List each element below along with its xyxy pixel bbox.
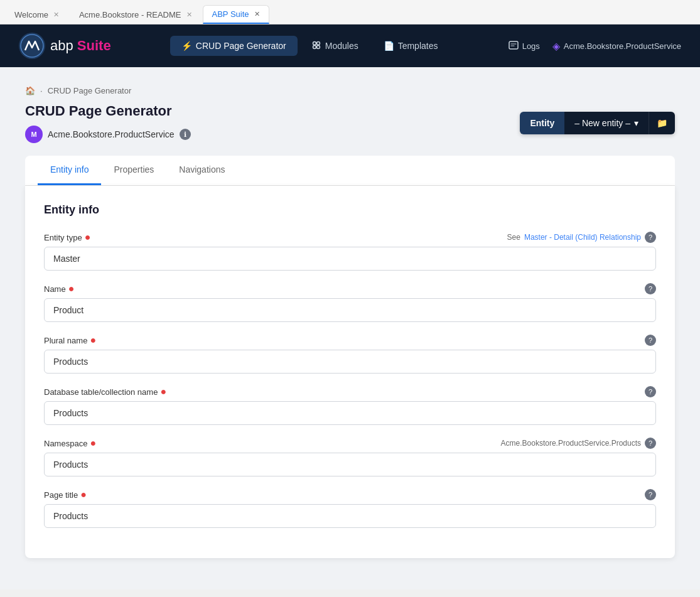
entity-dropdown[interactable]: – New entity – ▾ — [564, 112, 649, 134]
service-badge-name: Acme.Bookstore.ProductService — [48, 129, 175, 139]
tab-entity-info[interactable]: Entity info — [38, 156, 101, 185]
input-plural-name[interactable] — [44, 350, 656, 374]
tab-close-welcome[interactable]: ✕ — [53, 11, 59, 19]
tab-welcome[interactable]: Welcome ✕ — [5, 6, 68, 23]
svg-point-3 — [316, 41, 320, 45]
breadcrumb: 🏠 · CRUD Page Generator — [25, 86, 675, 95]
help-icon-namespace[interactable]: ? — [645, 438, 656, 449]
svg-rect-6 — [509, 41, 518, 49]
label-plural-name-text: Plural name — [44, 336, 87, 345]
label-row-entity-type: Entity type ● See Master - Detail (Child… — [44, 232, 656, 243]
help-right-entity-type: See Master - Detail (Child) Relationship… — [507, 232, 656, 243]
form-group-page-title: Page title ● ? — [44, 489, 656, 528]
nav-crud-generator[interactable]: ⚡ CRUD Page Generator — [170, 36, 298, 56]
help-icon-entity-type[interactable]: ? — [645, 232, 656, 243]
app-wrapper: abp Suite ⚡ CRUD Page Generator Modules … — [0, 24, 700, 589]
tab-readme[interactable]: Acme.Bookstore - README ✕ — [70, 6, 202, 23]
help-icon-db-table[interactable]: ? — [645, 386, 656, 397]
logo-container: abp Suite — [19, 33, 111, 59]
help-icon-page-title[interactable]: ? — [645, 489, 656, 500]
page-title: CRUD Page Generator — [25, 103, 172, 119]
label-entity-type-text: Entity type — [44, 233, 82, 242]
tab-bar: Welcome ✕ Acme.Bookstore - README ✕ ABP … — [0, 0, 700, 24]
nav-modules-label: Modules — [325, 41, 358, 51]
label-plural-name: Plural name ● — [44, 335, 96, 345]
nav-menu: ⚡ CRUD Page Generator Modules 📄 Template… — [170, 35, 450, 57]
entity-label: Entity — [520, 112, 564, 134]
main-content: 🏠 · CRUD Page Generator CRUD Page Genera… — [0, 67, 700, 577]
logs-button[interactable]: Logs — [509, 40, 540, 52]
required-page-title: ● — [80, 490, 87, 500]
input-name[interactable] — [44, 298, 656, 322]
breadcrumb-item: CRUD Page Generator — [48, 86, 132, 95]
label-name: Name ● — [44, 284, 74, 294]
new-entity-text: – New entity – — [574, 118, 630, 128]
templates-icon: 📄 — [384, 41, 394, 51]
label-row-db-table: Database table/collection name ● ? — [44, 386, 656, 397]
nav-right: Logs ◈ Acme.Bookstore.ProductService — [509, 40, 681, 52]
top-nav: abp Suite ⚡ CRUD Page Generator Modules … — [0, 24, 700, 67]
input-entity-type[interactable] — [44, 247, 656, 271]
logs-label: Logs — [522, 41, 540, 51]
form-section-title: Entity info — [44, 203, 656, 217]
browser-chrome: Welcome ✕ Acme.Bookstore - README ✕ ABP … — [0, 0, 700, 24]
service-icon: ◈ — [552, 40, 560, 52]
svg-point-4 — [313, 45, 316, 48]
entity-selector: Entity – New entity – ▾ 📁 — [520, 112, 675, 134]
form-group-db-table: Database table/collection name ● ? — [44, 386, 656, 425]
tab-label: ABP Suite — [212, 9, 249, 19]
tab-label: Welcome — [14, 10, 48, 19]
input-db-table[interactable] — [44, 401, 656, 425]
chevron-down-icon: ▾ — [634, 118, 638, 128]
label-row-plural-name: Plural name ● ? — [44, 335, 656, 346]
label-entity-type: Entity type ● — [44, 232, 90, 242]
form-group-plural-name: Plural name ● ? — [44, 335, 656, 374]
svg-point-2 — [313, 41, 316, 45]
required-name: ● — [68, 284, 75, 294]
tab-close-abpsuite[interactable]: ✕ — [254, 10, 260, 18]
abp-logo-icon — [19, 33, 45, 59]
tab-navigations[interactable]: Navigations — [166, 156, 237, 185]
service-info-icon[interactable]: ℹ — [180, 129, 191, 140]
nav-templates-label: Templates — [398, 41, 438, 51]
help-see-text: See — [507, 233, 520, 242]
crud-icon: ⚡ — [181, 41, 192, 51]
modules-icon — [311, 40, 321, 52]
input-page-title[interactable] — [44, 504, 656, 528]
label-row-page-title: Page title ● ? — [44, 489, 656, 500]
page-header: CRUD Page Generator M Acme.Bookstore.Pro… — [25, 103, 675, 143]
page-title-row: CRUD Page Generator — [25, 103, 191, 119]
service-indicator: ◈ Acme.Bookstore.ProductService — [552, 40, 681, 52]
help-icon-name[interactable]: ? — [645, 283, 656, 294]
label-name-text: Name — [44, 284, 66, 294]
logo-text: abp Suite — [50, 38, 111, 54]
tab-entity-info-label: Entity info — [50, 164, 89, 175]
service-name: Acme.Bookstore.ProductService — [564, 41, 681, 51]
svg-point-5 — [316, 45, 320, 48]
form-group-namespace: Namespace ● Acme.Bookstore.ProductServic… — [44, 438, 656, 476]
label-db-table: Database table/collection name ● — [44, 387, 166, 397]
tab-label: Acme.Bookstore - README — [79, 10, 181, 19]
tab-navigations-label: Navigations — [179, 164, 225, 175]
form-card: Entity info Entity type ● See Master - D… — [25, 186, 675, 558]
home-icon[interactable]: 🏠 — [25, 86, 35, 95]
logs-icon — [509, 40, 519, 52]
namespace-hint-row: Acme.Bookstore.ProductService.Products ? — [501, 438, 656, 449]
nav-crud-label: CRUD Page Generator — [196, 41, 286, 51]
tab-properties[interactable]: Properties — [101, 156, 166, 185]
tab-abpsuite[interactable]: ABP Suite ✕ — [203, 5, 269, 24]
help-icon-plural-name[interactable]: ? — [645, 335, 656, 346]
master-detail-link[interactable]: Master - Detail (Child) Relationship — [524, 233, 641, 242]
label-page-title: Page title ● — [44, 490, 87, 500]
svg-point-0 — [19, 33, 45, 59]
folder-icon: 📁 — [657, 118, 667, 128]
tab-strip: Entity info Properties Navigations — [25, 156, 675, 186]
nav-templates[interactable]: 📄 Templates — [372, 36, 450, 56]
logo-suite: Suite — [77, 38, 111, 53]
label-row-namespace: Namespace ● Acme.Bookstore.ProductServic… — [44, 438, 656, 449]
entity-folder-button[interactable]: 📁 — [649, 112, 675, 134]
nav-modules[interactable]: Modules — [300, 35, 370, 57]
input-namespace[interactable] — [44, 453, 656, 476]
namespace-hint-text: Acme.Bookstore.ProductService.Products — [501, 439, 641, 448]
tab-close-readme[interactable]: ✕ — [186, 11, 192, 19]
